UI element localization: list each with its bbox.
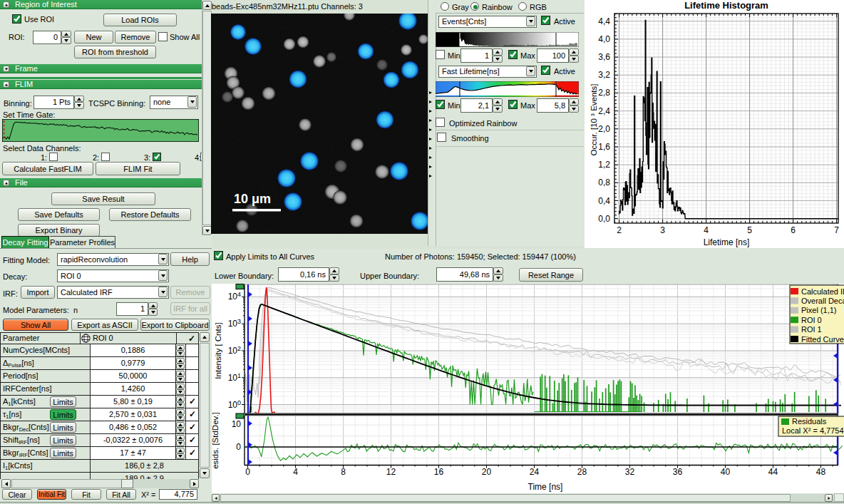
svg-text:ROI 1: ROI 1 [801,325,822,334]
svg-text:1,2: 1,2 [598,160,610,170]
svg-text:Occur. [10 ³ Events]: Occur. [10 ³ Events] [590,84,598,156]
svg-text:Time [ns]: Time [ns] [528,482,563,492]
svg-text:28: 28 [577,467,587,477]
svg-text:12: 12 [386,467,396,477]
svg-text:Lifetime [ns]: Lifetime [ns] [704,237,750,247]
svg-text:24: 24 [530,467,540,477]
svg-text:8: 8 [341,467,346,477]
svg-text:44: 44 [768,467,778,477]
svg-text:2,0: 2,0 [598,124,610,134]
svg-text:2,4: 2,4 [598,106,610,116]
svg-text:7: 7 [834,225,839,235]
svg-text:3: 3 [660,225,665,235]
svg-text:10 μm: 10 μm [234,192,271,206]
svg-text:3,6: 3,6 [598,52,610,62]
svg-text:5: 5 [747,225,752,235]
svg-text:ROI 0: ROI 0 [801,316,822,324]
svg-text:Fitted Curve: Fitted Curve [801,335,844,344]
svg-text:Intensity [ Cnts]: Intensity [ Cnts] [214,322,222,379]
svg-text:4: 4 [704,225,709,235]
svg-text:4,0: 4,0 [598,34,610,44]
svg-text:Pixel (1,1): Pixel (1,1) [801,306,837,314]
svg-text:0: 0 [236,442,241,452]
svg-text:2,8: 2,8 [598,88,610,98]
svg-text:32: 32 [625,467,635,477]
svg-text:36: 36 [673,467,683,477]
svg-text:40: 40 [721,467,731,477]
svg-text:0: 0 [245,467,250,477]
svg-text:2: 2 [617,225,622,235]
svg-text:Residuals: Residuals [792,417,827,426]
svg-text:4: 4 [293,467,298,477]
svg-text:0,4: 0,4 [598,196,610,206]
svg-text:Lifetime Histogram: Lifetime Histogram [684,0,768,11]
svg-text:esids. [StdDev.]: esids. [StdDev.] [212,412,220,469]
svg-text:48: 48 [816,467,826,477]
svg-text:10: 10 [232,419,242,429]
svg-text:20: 20 [482,467,492,477]
svg-text:0,0: 0,0 [598,214,610,224]
svg-text:6: 6 [791,225,796,235]
svg-text:1,6: 1,6 [598,142,610,152]
svg-text:0,8: 0,8 [598,178,610,187]
svg-text:Overall Decay: Overall Decay [801,297,844,305]
svg-text:3,2: 3,2 [598,70,610,80]
svg-text:16: 16 [434,467,444,477]
svg-text:Local X² = 4,7754: Local X² = 4,7754 [782,426,844,435]
svg-text:Calculated IRF: Calculated IRF [801,287,844,296]
svg-text:4,4: 4,4 [598,16,610,26]
